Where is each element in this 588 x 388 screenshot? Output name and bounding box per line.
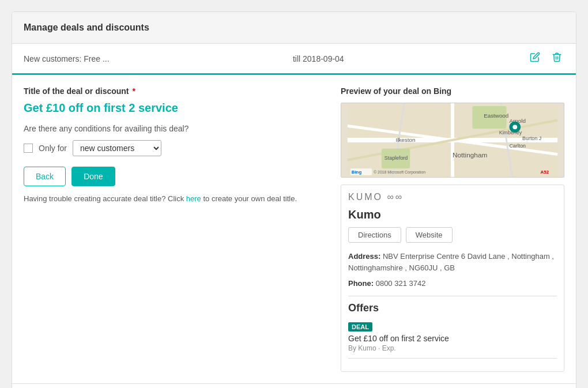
deal-badge: DEAL [348,322,372,332]
preview-label: Preview of your deal on Bing [341,86,564,96]
section-label: Title of the deal or discount * [24,86,323,96]
svg-text:Burton J: Burton J [522,135,541,141]
footer-bar: Cancel [12,383,576,388]
only-for-label: Only for [39,144,67,153]
svg-text:Ilkeston: Ilkeston [396,137,416,143]
business-card: KUMO ∞∞ Kumo Directions Website Address:… [341,184,564,372]
svg-text:Nottingham: Nottingham [453,151,487,159]
back-button[interactable]: Back [24,167,66,186]
deal-bar-date: till 2018-09-04 [110,54,527,63]
done-button[interactable]: Done [71,167,115,186]
divider [348,296,557,296]
edit-deal-button[interactable] [527,52,542,65]
only-for-checkbox[interactable] [24,144,33,153]
delete-deal-button[interactable] [549,52,564,65]
svg-text:A52: A52 [541,169,549,175]
website-button[interactable]: Website [406,227,453,243]
business-logo-text: KUMO ∞∞ [348,192,404,202]
directions-button[interactable]: Directions [348,227,401,243]
page-title: Manage deals and discounts [24,22,564,33]
app-header: Manage deals and discounts [12,12,576,44]
deal-title-display: Get £10 off on first 2 service [24,101,323,115]
bing-map: Eastwood Arnold Burton J Kimberley Ilkes… [341,103,564,178]
left-panel: Title of the deal or discount * Get £10 … [24,86,323,372]
offers-divider [348,358,557,359]
business-logo-row: KUMO ∞∞ [348,192,557,202]
buttons-row: Back Done [24,167,323,186]
trouble-link[interactable]: here [186,194,201,203]
deal-bar-label: New customers: Free ... [24,54,110,63]
offers-title: Offers [348,302,557,314]
phone-value: 0800 321 3742 [374,279,425,288]
svg-text:Carlton: Carlton [509,143,526,149]
svg-text:Eastwood: Eastwood [484,112,508,119]
main-content: Title of the deal or discount * Get £10 … [12,75,576,383]
offer-meta: By Kumo · Exp. [348,344,557,352]
conditions-text: Are there any conditions for availing th… [24,124,323,133]
deal-bar: New customers: Free ... till 2018-09-04 [12,44,576,75]
action-buttons: Directions Website [348,227,557,243]
business-name: Kumo [348,208,557,221]
offer-title: Get £10 off on first 2 service [348,334,557,343]
address-section: Address: NBV Enterprise Centre 6 David L… [348,251,557,273]
svg-text:Stapleford: Stapleford [385,155,408,161]
svg-text:© 2018 Microsoft Corporation: © 2018 Microsoft Corporation [374,170,425,175]
deal-bar-icons [527,52,564,65]
only-for-row: Only for new customers all customers exi… [24,140,323,156]
phone-label: Phone: [348,279,374,288]
phone-section: Phone: 0800 321 3742 [348,279,557,288]
app-container: Manage deals and discounts New customers… [12,12,576,388]
trouble-text: Having trouble creating accurate deal ti… [24,194,323,203]
svg-point-18 [512,125,517,129]
svg-text:Bing: Bing [352,169,362,175]
right-panel: Preview of your deal on Bing [341,86,564,372]
customers-select[interactable]: new customers all customers existing cus… [73,140,161,156]
required-star: * [130,86,135,96]
address-label: Address: [348,252,380,261]
